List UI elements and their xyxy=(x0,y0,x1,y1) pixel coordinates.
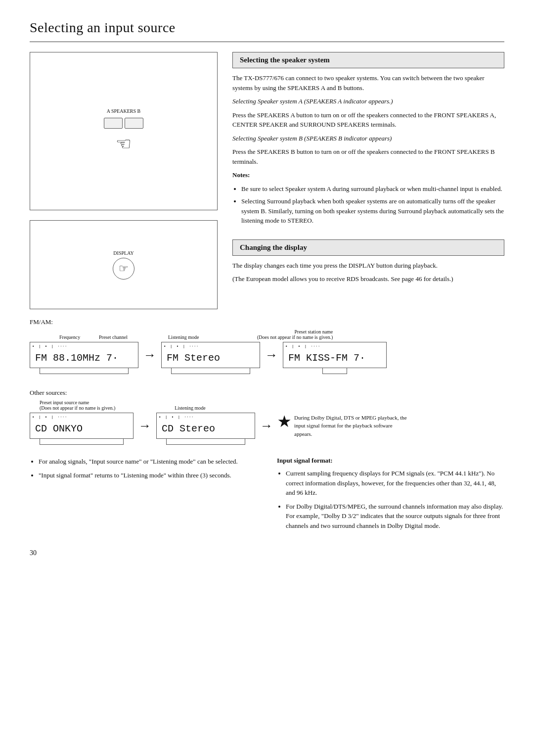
sep6: | xyxy=(304,344,307,348)
icon4: ▪ xyxy=(164,344,166,348)
sep10: | xyxy=(178,415,180,419)
input-signal-list: Current sampling frequency displays for … xyxy=(277,469,504,530)
fm-display-1: ▪ | ▪ | ···· FM 88.10MHz 7· xyxy=(30,342,138,374)
cd-labels-row: Preset input source name (Does not appea… xyxy=(30,400,504,411)
cd-disp2-bracket xyxy=(166,439,245,445)
fm-disp1-icons: ▪ | ▪ | ···· xyxy=(32,344,67,348)
preset-input-label: Preset input source name xyxy=(40,400,115,405)
fm-display-box-2: ▪ | ▪ | ···· FM Stereo xyxy=(161,342,260,368)
icon7: ▪ xyxy=(285,344,288,348)
cd-disp1-text: CD ONKYO xyxy=(35,423,128,434)
cd-disp2-icons: ▪ | ▪ | ···· xyxy=(159,415,193,419)
sep5: | xyxy=(292,344,294,348)
page-title: Selecting an input source xyxy=(30,20,504,36)
sep7: | xyxy=(39,415,41,419)
icon15: ···· xyxy=(184,415,193,419)
sep8: | xyxy=(51,415,53,419)
display-diagram: DISPLAY ☞ xyxy=(30,220,218,309)
system-a-heading: Selecting Speaker system A (SPEAKERS A i… xyxy=(232,96,504,106)
notes-list: Be sure to select Speaker system A durin… xyxy=(232,184,504,226)
fm-disp3-icons: ▪ | ▪ | ···· xyxy=(285,344,320,348)
bottom-left-list: For analog signals, "Input source name" … xyxy=(30,457,257,480)
fm-disp1-text: FM 88.10MHz 7· xyxy=(35,352,133,364)
bottom-left: For analog signals, "Input source name" … xyxy=(30,457,257,534)
speaker-section-header: Selecting the speaker system xyxy=(232,52,504,68)
star-note-container: ★ During Dolby Digital, DTS or MPEG play… xyxy=(278,414,408,438)
bottom-right: Input signal format: Current sampling fr… xyxy=(277,457,504,534)
display-intro: The display changes each time you press … xyxy=(232,261,504,271)
system-b-text: Press the SPEAKERS B button to turn on o… xyxy=(232,147,504,166)
cd-display-box-1: ▪ | ▪ | ···· CD ONKYO xyxy=(30,413,134,439)
speaker-diagram: A SPEAKERS B ☞ xyxy=(30,52,218,210)
icon2: ▪ xyxy=(45,344,47,348)
bottom-bullet-1: For analog signals, "Input source name" … xyxy=(39,457,257,467)
sep1: | xyxy=(39,344,41,348)
page-number: 30 xyxy=(30,549,504,557)
listening-mode-label-1: Listening mode xyxy=(168,334,227,340)
icon11: ▪ xyxy=(45,415,47,419)
fm-disp2-bracket xyxy=(171,368,250,374)
left-column: A SPEAKERS B ☞ DISPLAY ☞ xyxy=(30,52,218,309)
sep9: | xyxy=(165,415,168,419)
sep3: | xyxy=(170,344,173,348)
fm-display-3: ▪ | ▪ | ···· FM KISS-FM 7· xyxy=(283,342,387,374)
icon9: ···· xyxy=(311,344,320,348)
arrow-3: → xyxy=(134,419,156,433)
icon13: ▪ xyxy=(159,415,161,419)
right-column: Selecting the speaker system The TX-DS77… xyxy=(232,52,504,309)
sep4: | xyxy=(182,344,185,348)
fm-display-flow: ▪ | ▪ | ···· FM 88.10MHz 7· → ▪ | xyxy=(30,342,504,374)
cd-disp1-bracket xyxy=(40,439,124,445)
star-note-text: During Dolby Digital, DTS or MPEG playba… xyxy=(294,414,408,438)
display-section-body: The display changes each time you press … xyxy=(232,261,504,288)
speaker-buttons-diagram: A SPEAKERS B ☞ xyxy=(104,108,143,154)
preset-station-label: Preset station name(Does not appear if n… xyxy=(257,329,333,340)
input-signal-title: Input signal format: xyxy=(277,457,504,465)
display-hand-diagram: DISPLAY ☞ xyxy=(113,250,134,280)
arrow-2: → xyxy=(260,348,283,363)
speakers-b-button xyxy=(125,118,143,129)
finger-icon: ☞ xyxy=(119,262,129,275)
btn-row xyxy=(104,118,143,129)
fm-display-box-3: ▪ | ▪ | ···· FM KISS-FM 7· xyxy=(283,342,387,368)
icon6: ···· xyxy=(189,344,198,348)
fm-display-2: ▪ | ▪ | ···· FM Stereo xyxy=(161,342,260,374)
display-btn-label: DISPLAY xyxy=(113,250,134,256)
note-item-1: Be sure to select Speaker system A durin… xyxy=(241,184,504,194)
cd-disp1-icons: ▪ | ▪ | ···· xyxy=(32,415,67,419)
icon3: ···· xyxy=(57,344,67,348)
fm-disp3-bracket xyxy=(322,368,347,374)
arrow-1: → xyxy=(138,348,161,363)
fm-labels-row: Frequency Preset channel Listening mode … xyxy=(30,329,504,340)
divider xyxy=(30,42,504,42)
fm-display-box-1: ▪ | ▪ | ···· FM 88.10MHz 7· xyxy=(30,342,138,368)
cd-source-label-group: Preset input source name (Does not appea… xyxy=(40,400,115,411)
hand-icon: ☞ xyxy=(116,134,132,154)
notes-label: Notes: xyxy=(232,170,504,180)
freq-label: Frequency xyxy=(59,334,99,340)
other-sources-label: Other sources: xyxy=(30,389,504,397)
fm-disp2-text: FM Stereo xyxy=(167,352,255,364)
cd-display-box-2: ▪ | ▪ | ···· CD Stereo xyxy=(156,413,255,439)
note-item-2: Selecting Surround playback when both sp… xyxy=(241,196,504,226)
cd-disp2-text: CD Stereo xyxy=(162,423,250,434)
system-b-heading: Selecting Speaker system B (SPEAKERS B i… xyxy=(232,134,504,143)
icon14: ▪ xyxy=(172,415,174,419)
input-signal-bullet-2: For Dolby Digital/DTS/MPEG, the surround… xyxy=(286,502,504,531)
preset-channel-label: Preset channel xyxy=(99,334,143,340)
icon5: ▪ xyxy=(177,344,179,348)
icon10: ▪ xyxy=(32,415,35,419)
bottom-bullet-2: "Input signal format" returns to "Listen… xyxy=(39,471,257,480)
speakers-a-button xyxy=(104,118,123,129)
fm-am-label: FM/AM: xyxy=(30,318,504,326)
cd-display-flow: ▪ | ▪ | ···· CD ONKYO → ▪ | xyxy=(30,413,504,445)
speaker-intro: The TX-DS777/676 can connect to two spea… xyxy=(232,73,504,93)
full-display-section: FM/AM: Frequency Preset channel Listenin… xyxy=(30,318,504,534)
display-section-header: Changing the display xyxy=(232,239,504,256)
icon1: ▪ xyxy=(32,344,35,348)
speaker-section-body: The TX-DS777/676 can connect to two spea… xyxy=(232,73,504,229)
speaker-btn-label: A SPEAKERS B xyxy=(107,108,140,114)
cd-flow-container: Preset input source name (Does not appea… xyxy=(30,400,504,445)
cd-display-2: ▪ | ▪ | ···· CD Stereo xyxy=(156,413,255,445)
fm-disp1-bracket xyxy=(40,368,129,374)
